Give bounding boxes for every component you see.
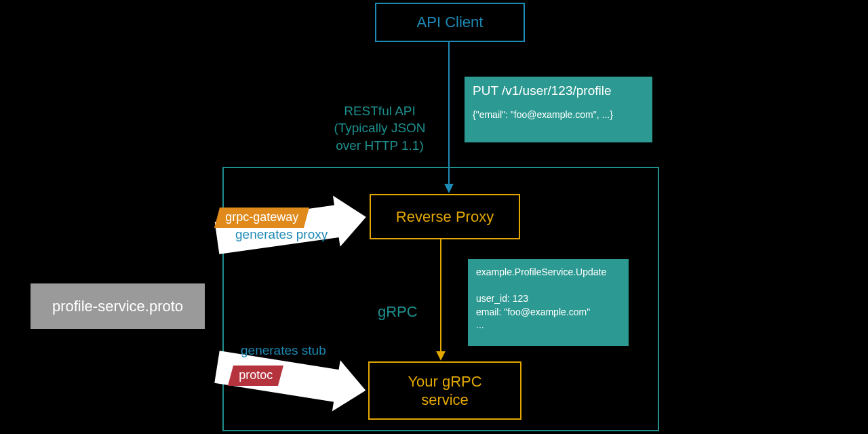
node-api-client-label: API Client	[417, 14, 484, 31]
badge-grpc-gateway-text: grpc-gateway	[225, 210, 298, 224]
node-reverse-proxy: Reverse Proxy	[370, 194, 520, 239]
label-generates-stub: generates stub	[241, 343, 326, 358]
node-api-client: API Client	[375, 3, 525, 42]
badge-protoc-text: protoc	[239, 368, 273, 382]
diagram-canvas: API Client RESTful API (Typically JSON o…	[0, 0, 868, 434]
node-grpc-service: Your gRPC service	[368, 361, 521, 420]
node-proto-file-label: profile-service.proto	[52, 298, 183, 315]
badge-protoc: protoc	[228, 366, 283, 386]
rest-api-text: RESTful API (Typically JSON over HTTP 1.…	[334, 104, 425, 153]
http-request-method: PUT /v1/user/123/profile	[473, 83, 644, 98]
badge-grpc-gateway: grpc-gateway	[214, 208, 309, 228]
node-grpc-service-label: Your gRPC service	[408, 372, 481, 410]
node-proto-file: profile-service.proto	[31, 283, 205, 329]
rest-api-label: RESTful API (Typically JSON over HTTP 1.…	[312, 85, 448, 155]
grpc-request-box: example.ProfileService.Update user_id: 1…	[468, 259, 629, 346]
grpc-arrow-label: gRPC	[378, 303, 418, 321]
label-generates-proxy: generates proxy	[235, 227, 328, 242]
http-request-box: PUT /v1/user/123/profile {"email": "foo@…	[465, 77, 652, 142]
grpc-request-text: example.ProfileService.Update user_id: 1…	[476, 267, 606, 330]
node-reverse-proxy-label: Reverse Proxy	[396, 208, 494, 226]
http-request-body: {"email": "foo@example.com", ...}	[473, 109, 644, 120]
